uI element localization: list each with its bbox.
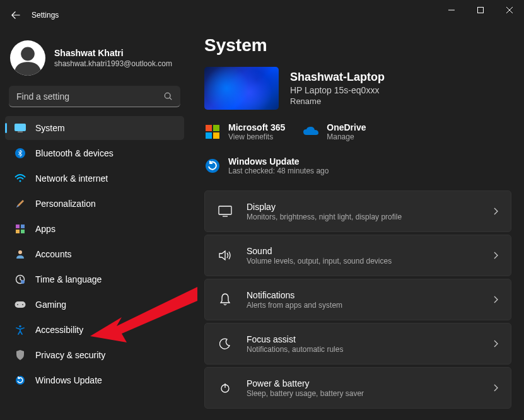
apps-icon [14,223,26,235]
sidebar-item-time[interactable]: Time & language [5,267,184,291]
nav-list: System Bluetooth & devices Network & int… [0,116,189,392]
svg-rect-25 [206,132,212,139]
sidebar-item-label: Network & internet [35,173,108,184]
setting-power[interactable]: Power & battery Sleep, battery usage, ba… [204,367,511,409]
close-icon [506,7,513,13]
setting-title: Display [247,202,402,212]
window-title: Settings [32,11,59,20]
quicklink-sub: Manage [327,132,366,141]
sidebar-item-bluetooth[interactable]: Bluetooth & devices [5,141,184,165]
setting-sub: Alerts from apps and system [247,301,342,310]
bluetooth-icon [14,147,26,160]
svg-point-27 [206,159,219,173]
minimize-button[interactable] [437,0,466,20]
update-icon [14,374,26,387]
minimize-icon [448,7,455,13]
setting-display[interactable]: Display Monitors, brightness, night ligh… [204,190,511,232]
bell-icon [218,293,233,306]
sidebar-item-label: Gaming [35,300,66,310]
main-content: System Shashwat-Laptop HP Laptop 15s-eq0… [189,30,524,420]
sidebar-item-label: Windows Update [35,375,102,385]
svg-rect-28 [219,206,231,214]
sidebar-item-accessibility[interactable]: Accessibility [5,318,184,342]
maximize-button[interactable] [466,0,495,20]
search-icon [164,92,173,101]
svg-rect-11 [16,225,20,228]
quicklink-update[interactable]: Windows Update Last checked: 48 minutes … [204,156,511,175]
setting-notifications[interactable]: Notifications Alerts from apps and syste… [204,279,511,320]
svg-point-20 [22,304,23,305]
maximize-icon [477,7,484,13]
sound-icon [218,250,233,261]
sidebar-item-label: Accessibility [35,325,83,335]
back-button[interactable] [11,11,20,20]
svg-point-19 [17,304,18,305]
accounts-icon [14,248,26,260]
svg-rect-12 [21,225,25,228]
svg-rect-18 [15,301,26,308]
profile-name: Shashwat Khatri [54,48,172,58]
paintbrush-icon [14,197,26,210]
back-arrow-icon [11,11,20,20]
sidebar-item-personalization[interactable]: Personalization [5,192,184,216]
sidebar-item-accounts[interactable]: Accounts [5,242,184,266]
person-icon [11,43,44,76]
quicklink-title: OneDrive [327,122,366,132]
windows-update-icon [204,158,221,174]
page-title: System [204,35,511,55]
sidebar-item-system[interactable]: System [5,116,184,140]
power-icon [218,382,233,394]
setting-title: Power & battery [247,378,364,388]
shield-icon [14,349,26,361]
chevron-right-icon [493,252,498,259]
device-section: Shashwat-Laptop HP Laptop 15s-eq0xxx Ren… [204,67,511,110]
sidebar-item-label: System [35,123,65,133]
sidebar-item-label: Apps [35,224,55,234]
onedrive-icon [303,124,319,140]
quicklink-m365[interactable]: Microsoft 365 View benefits [204,122,285,141]
window-controls [437,0,524,20]
quicklink-title: Microsoft 365 [228,122,285,132]
svg-rect-13 [16,230,20,233]
microsoft-365-icon [204,124,221,140]
setting-focus-assist[interactable]: Focus assist Notifications, automatic ru… [204,323,511,365]
sidebar-item-label: Privacy & security [35,350,105,360]
search-input[interactable] [16,91,164,102]
system-icon [14,122,26,134]
svg-line-6 [170,98,172,100]
gaming-icon [14,298,26,311]
chevron-right-icon [493,340,498,347]
svg-rect-14 [21,230,25,233]
setting-sub: Sleep, battery usage, battery saver [247,389,364,398]
moon-icon [218,338,233,349]
quick-links: Microsoft 365 View benefits OneDrive Man… [204,122,511,175]
quicklink-sub: View benefits [228,132,285,141]
profile-section[interactable]: Shashwat Khatri shashwat.khatri1993@outl… [0,35,189,86]
sidebar-item-network[interactable]: Network & internet [5,166,184,190]
quicklink-onedrive[interactable]: OneDrive Manage [303,122,366,141]
sidebar-item-apps[interactable]: Apps [5,217,184,241]
setting-title: Sound [247,246,392,256]
svg-rect-23 [206,125,212,131]
sidebar-item-label: Accounts [35,249,72,259]
sidebar-item-update[interactable]: Windows Update [5,368,184,392]
setting-sound[interactable]: Sound Volume levels, output, input, soun… [204,235,511,276]
setting-sub: Volume levels, output, input, sound devi… [247,257,392,265]
rename-link[interactable]: Rename [290,96,385,106]
quicklink-sub: Last checked: 48 minutes ago [228,166,329,175]
chevron-right-icon [493,207,498,215]
svg-point-17 [21,280,25,284]
svg-point-5 [165,93,170,98]
wifi-icon [14,172,26,185]
svg-point-4 [21,47,35,61]
sidebar-item-privacy[interactable]: Privacy & security [5,343,184,367]
sidebar-item-label: Personalization [35,199,96,209]
sidebar: Shashwat Khatri shashwat.khatri1993@outl… [0,30,189,420]
svg-rect-8 [18,132,23,133]
close-button[interactable] [495,0,524,20]
sidebar-item-gaming[interactable]: Gaming [5,293,184,317]
setting-sub: Notifications, automatic rules [247,345,343,354]
svg-point-21 [19,325,21,328]
search-box[interactable] [9,86,180,107]
setting-title: Notifications [247,290,342,300]
